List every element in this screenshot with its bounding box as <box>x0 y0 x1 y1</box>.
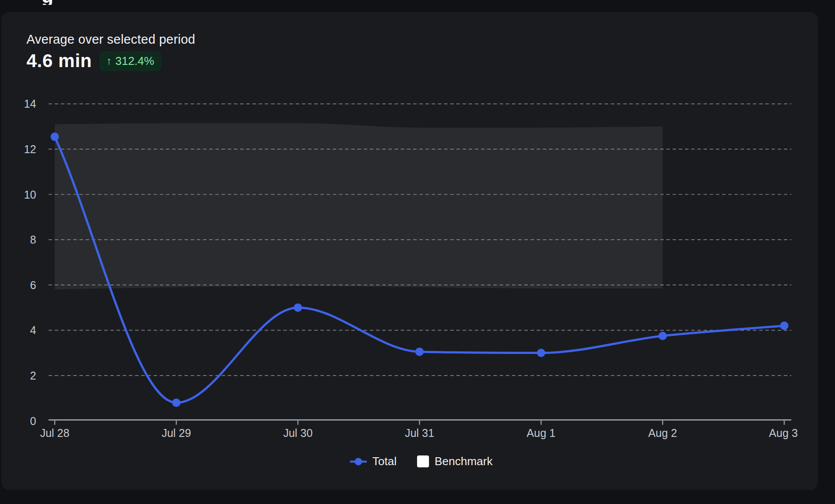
page-background: g Average over selected period 4.6 min ↑… <box>0 0 835 504</box>
svg-text:Jul 29: Jul 29 <box>162 427 191 439</box>
data-point-jul-30[interactable] <box>294 304 302 312</box>
svg-text:0: 0 <box>30 415 36 427</box>
x-axis-labels: Jul 28Jul 29Jul 30Jul 31Aug 1Aug 2Aug 3 <box>40 427 798 439</box>
data-point-jul-28[interactable] <box>51 132 59 141</box>
svg-text:14: 14 <box>24 98 36 110</box>
svg-text:2: 2 <box>30 369 36 382</box>
svg-text:12: 12 <box>24 143 36 155</box>
svg-text:4: 4 <box>30 324 36 336</box>
data-point-aug-3[interactable] <box>780 322 789 330</box>
svg-text:Jul 30: Jul 30 <box>283 427 313 439</box>
svg-text:Aug 1: Aug 1 <box>527 427 555 439</box>
data-point-aug-2[interactable] <box>658 332 667 340</box>
benchmark-band <box>55 123 663 290</box>
data-point-aug-1[interactable] <box>537 349 545 357</box>
x-axis-ticks <box>55 421 784 425</box>
svg-text:Aug 2: Aug 2 <box>648 427 677 439</box>
svg-text:8: 8 <box>30 233 36 246</box>
svg-text:6: 6 <box>30 279 36 291</box>
svg-text:10: 10 <box>24 188 36 201</box>
line-chart-canvas[interactable]: 02468101214Jul 28Jul 29Jul 30Jul 31Aug 1… <box>0 0 835 504</box>
data-point-jul-31[interactable] <box>415 348 424 356</box>
svg-text:Jul 28: Jul 28 <box>40 427 70 439</box>
svg-text:Aug 3: Aug 3 <box>769 427 797 439</box>
y-axis-labels: 02468101214 <box>24 98 36 427</box>
svg-text:Jul 31: Jul 31 <box>405 427 434 439</box>
data-point-jul-29[interactable] <box>172 399 181 407</box>
